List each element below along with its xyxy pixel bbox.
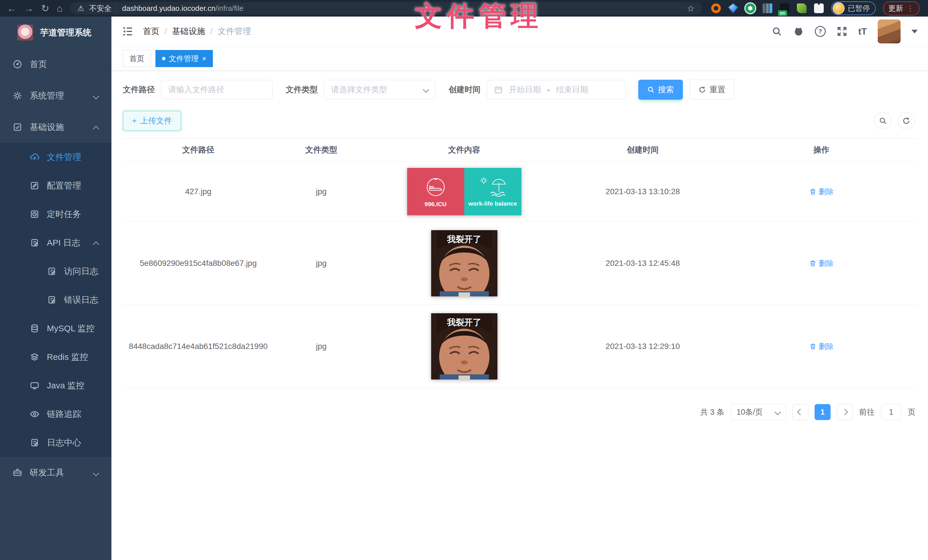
github-icon[interactable] xyxy=(793,26,804,37)
file-type-label: 文件类型 xyxy=(286,84,318,95)
sidebar-item-Java 监控[interactable]: Java 监控 xyxy=(0,371,111,400)
table-row: 8448cada8c714e4ab61f521c8da21990jpg我裂开了2… xyxy=(123,305,917,388)
tag-close-icon[interactable]: × xyxy=(202,54,206,63)
file-thumbnail-996-banner[interactable]: 996.ICUwork-life balance xyxy=(407,168,521,215)
tag-home[interactable]: 首页 xyxy=(123,50,151,67)
sidebar-item-定时任务[interactable]: 定时任务 xyxy=(0,200,111,228)
cell-file-content: 我裂开了 xyxy=(369,313,559,379)
help-icon[interactable]: ? xyxy=(815,26,826,37)
tag-file-management[interactable]: 文件管理 × xyxy=(156,50,213,67)
url-text[interactable]: dashboard.yudao.iocoder.cn/infra/file xyxy=(122,4,243,13)
log-icon xyxy=(47,295,56,305)
page-content: 文件路径 请输入文件路径 文件类型 请选择文件类型 创建时间 开始日期 - 结束… xyxy=(111,71,928,420)
user-menu-caret-icon[interactable] xyxy=(911,30,918,33)
chevron-right-icon xyxy=(842,409,848,415)
sidebar-item-Redis 监控[interactable]: Redis 监控 xyxy=(0,343,111,371)
chevron-left-icon xyxy=(797,409,804,415)
show-search-button[interactable] xyxy=(874,112,891,129)
extensions-puzzle-icon[interactable] xyxy=(814,3,824,13)
upload-file-button[interactable]: + 上传文件 xyxy=(123,111,181,131)
file-type-placeholder: 请选择文件类型 xyxy=(331,84,387,95)
sidebar-item-文件管理[interactable]: 文件管理 xyxy=(0,143,111,171)
cell-file-path: 427.jpg xyxy=(123,187,274,196)
security-label[interactable]: 不安全 xyxy=(89,3,111,14)
extension-icon[interactable]: on xyxy=(780,3,789,13)
page-suffix: 页 xyxy=(908,407,916,417)
browser-back-icon[interactable]: ← xyxy=(7,3,17,13)
goto-page-input[interactable]: 1 xyxy=(881,404,901,420)
browser-home-icon[interactable]: ⌂ xyxy=(57,3,63,13)
breadcrumb-current: 文件管理 xyxy=(218,26,251,37)
monitor-icon xyxy=(30,380,40,390)
sidebar-item-错误日志[interactable]: 错误日志 xyxy=(0,286,111,314)
paused-extension-pill[interactable]: 已暂停 xyxy=(831,2,876,15)
page-1-button[interactable]: 1 xyxy=(815,404,830,420)
extension-icon[interactable] xyxy=(728,3,738,13)
extension-icon[interactable] xyxy=(797,3,807,13)
file-path-placeholder: 请输入文件路径 xyxy=(168,84,224,95)
goto-label: 前往 xyxy=(859,407,875,417)
page-size-select[interactable]: 10条/页 xyxy=(731,404,786,420)
sidebar-logo-row[interactable]: 芋道管理系统 xyxy=(0,17,111,49)
font-size-icon[interactable]: tT xyxy=(858,26,867,37)
sidebar-toggle-icon[interactable] xyxy=(122,26,133,37)
sidebar-item-API 日志[interactable]: API 日志 xyxy=(0,228,111,257)
delete-button[interactable]: 删除 xyxy=(809,342,834,352)
sidebar-item-MySQL 监控[interactable]: MySQL 监控 xyxy=(0,314,111,343)
cell-file-type: jpg xyxy=(274,187,369,196)
sidebar-item-label: API 日志 xyxy=(47,237,80,249)
delete-button[interactable]: 删除 xyxy=(809,259,834,268)
extension-icon[interactable] xyxy=(763,3,772,13)
fullscreen-icon[interactable] xyxy=(836,26,847,37)
eye-icon xyxy=(30,409,40,419)
browser-menu-icon[interactable]: ⋮ xyxy=(907,4,914,13)
sidebar-item-label: 基础设施 xyxy=(30,121,64,133)
plus-icon: + xyxy=(132,116,137,125)
file-table: 文件路径 文件类型 文件内容 创建时间 操作 427.jpgjpg996.ICU… xyxy=(123,138,917,388)
sidebar-item-日志中心[interactable]: 日志中心 xyxy=(0,428,111,457)
date-range-picker[interactable]: 开始日期 - 结束日期 xyxy=(487,80,626,99)
sidebar-item-访问日志[interactable]: 访问日志 xyxy=(0,257,111,286)
file-type-select[interactable]: 请选择文件类型 xyxy=(324,80,435,99)
cell-created-time: 2021-03-13 13:10:28 xyxy=(559,187,726,196)
browser-forward-icon[interactable]: → xyxy=(24,3,34,13)
pagination-total: 共 3 条 xyxy=(700,407,724,417)
top-navbar: 首页 / 基础设施 / 文件管理 ? tT xyxy=(111,17,928,47)
reset-button[interactable]: 重置 xyxy=(690,80,734,100)
file-thumbnail-meme[interactable]: 我裂开了 xyxy=(431,313,498,379)
column-file-path: 文件路径 xyxy=(123,145,274,155)
sidebar: 芋道管理系统 首页系统管理基础设施文件管理配置管理定时任务API 日志访问日志错… xyxy=(0,17,111,560)
file-path-input[interactable]: 请输入文件路径 xyxy=(161,80,273,99)
calendar-icon xyxy=(494,85,502,94)
search-button[interactable]: 搜索 xyxy=(638,80,683,100)
breadcrumb-home[interactable]: 首页 xyxy=(143,26,159,37)
browser-reload-icon[interactable]: ↻ xyxy=(41,3,49,13)
sidebar-item-label: 错误日志 xyxy=(64,294,98,306)
table-row: 427.jpgjpg996.ICUwork-life balance2021-0… xyxy=(123,161,917,222)
sidebar-item-链路追踪[interactable]: 链路追踪 xyxy=(0,400,111,428)
database-icon xyxy=(30,324,40,333)
refresh-table-button[interactable] xyxy=(898,112,915,129)
prev-page-button[interactable] xyxy=(792,404,808,420)
sidebar-item-配置管理[interactable]: 配置管理 xyxy=(0,171,111,200)
bookmark-star-icon[interactable]: ☆ xyxy=(687,3,694,14)
sidebar-item-系统管理[interactable]: 系统管理 xyxy=(0,80,111,111)
address-bar[interactable]: ⚠ 不安全 dashboard.yudao.iocoder.cn/infra/f… xyxy=(70,2,702,15)
trash-icon xyxy=(809,260,817,267)
browser-update-button[interactable]: 更新 ⋮ xyxy=(883,2,919,15)
sidebar-item-首页[interactable]: 首页 xyxy=(0,49,111,80)
sidebar-item-研发工具[interactable]: 研发工具 xyxy=(0,457,111,488)
file-thumbnail-meme[interactable]: 我裂开了 xyxy=(431,230,498,297)
next-page-button[interactable] xyxy=(837,404,853,420)
header-search-icon[interactable] xyxy=(771,26,782,37)
extension-icon[interactable] xyxy=(745,3,755,13)
banner-996-left: 996.ICU xyxy=(407,168,464,215)
trash-icon xyxy=(809,188,817,195)
table-row: 5e8609290e915c4fa8b08e67.jpgjpg我裂开了2021-… xyxy=(123,222,917,305)
breadcrumb-infra[interactable]: 基础设施 xyxy=(172,26,205,37)
user-avatar[interactable] xyxy=(878,20,901,43)
extension-icon[interactable] xyxy=(711,3,721,13)
sidebar-item-基础设施[interactable]: 基础设施 xyxy=(0,111,111,143)
column-created-time: 创建时间 xyxy=(559,145,726,155)
delete-button[interactable]: 删除 xyxy=(809,187,834,197)
